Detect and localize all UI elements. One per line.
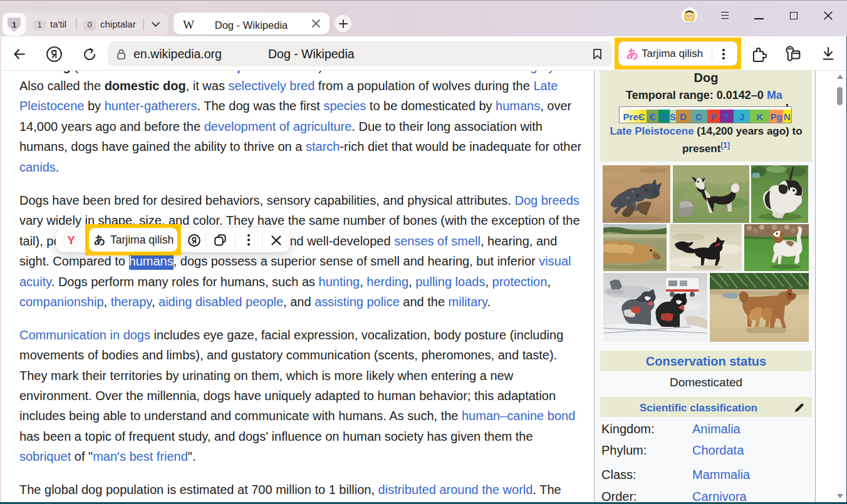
svg-text:T: T [724, 111, 729, 122]
svg-text:Є: Є [649, 111, 656, 122]
svg-text:D: D [680, 111, 687, 122]
svg-text:Y: Y [67, 234, 75, 247]
svg-text:P: P [710, 111, 717, 122]
svg-text:Pg: Pg [770, 111, 782, 122]
svg-text:J: J [739, 111, 744, 122]
svg-text:N: N [784, 111, 791, 122]
svg-text:C: C [695, 111, 702, 122]
svg-text:S: S [670, 111, 676, 122]
svg-text:PreЄ: PreЄ [623, 111, 645, 122]
svg-text:O: O [660, 111, 668, 122]
svg-text:K: K [757, 111, 764, 122]
svg-text:1: 1 [12, 20, 16, 29]
